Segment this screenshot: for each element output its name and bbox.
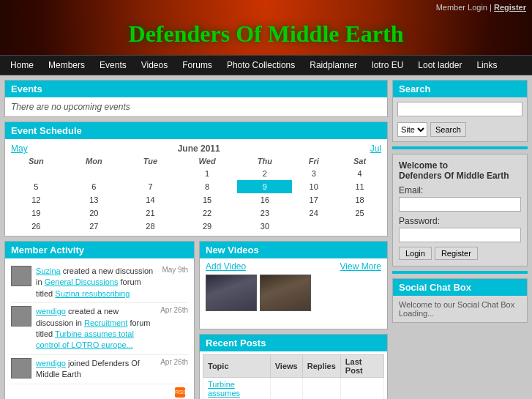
cal-day[interactable]: 23	[237, 206, 292, 220]
calendar-month: June 2011	[178, 143, 220, 154]
cal-day[interactable]: 26	[8, 220, 64, 233]
cal-day[interactable]: 7	[124, 180, 177, 193]
cal-day[interactable]: 11	[335, 180, 384, 193]
nav-raidplanner[interactable]: Raidplanner	[302, 57, 364, 73]
register-link[interactable]: Register	[494, 3, 526, 12]
cal-day[interactable]: 12	[8, 193, 64, 206]
col-views: Views	[270, 354, 302, 377]
video-thumbs	[200, 275, 387, 316]
videos-links: Add Video View More	[200, 258, 387, 275]
cal-day	[8, 167, 64, 180]
events-panel: Events There are no upcoming events	[4, 80, 388, 117]
wendigo-link-1[interactable]: wendigo	[36, 307, 66, 316]
suzina-link[interactable]: Suzina	[36, 266, 61, 275]
post-topic[interactable]: Turbine assumes	[203, 377, 271, 399]
table-row: Turbine assumes	[203, 377, 384, 399]
rss-icon: RSS	[175, 387, 185, 398]
cal-day[interactable]: 24	[292, 206, 335, 220]
cal-day[interactable]: 10	[292, 180, 335, 193]
avatar-wendigo-2	[11, 358, 31, 379]
cal-day	[64, 167, 124, 180]
cal-day[interactable]: 27	[64, 220, 124, 233]
welcome-line2: Defenders Of Middle Earth	[399, 171, 521, 181]
cal-day[interactable]: 18	[335, 193, 384, 206]
nav-members[interactable]: Members	[41, 57, 92, 73]
post-last	[340, 377, 383, 399]
video-thumb-1[interactable]	[206, 275, 257, 311]
cal-day[interactable]: 22	[177, 206, 238, 220]
nav-home[interactable]: Home	[3, 57, 41, 73]
cal-day[interactable]: 20	[64, 206, 124, 220]
cal-day[interactable]: 19	[8, 206, 64, 220]
add-video-link[interactable]: Add Video	[206, 261, 246, 272]
cal-day[interactable]: 13	[64, 193, 124, 206]
col-last-post: Last Post	[340, 354, 383, 377]
calendar-next[interactable]: Jul	[370, 143, 381, 154]
avatar-wendigo-1	[11, 306, 31, 327]
posts-table: Topic Views Replies Last Post Turbine as…	[203, 354, 384, 399]
register-button[interactable]: Register	[435, 247, 478, 260]
new-videos-header: New Videos	[200, 242, 387, 258]
activity-item-2: wendigo created a new discussion in Recr…	[11, 303, 188, 355]
cal-day[interactable]: 17	[292, 193, 335, 206]
search-input[interactable]	[397, 102, 522, 116]
cal-fri: Fri	[292, 155, 335, 167]
login-button[interactable]: Login	[399, 247, 432, 260]
new-videos-panel: New Videos Add Video View More	[199, 241, 388, 329]
cal-day[interactable]: 1	[177, 167, 238, 180]
calendar-panel: Event Schedule May June 2011 Jul Sun Mon…	[4, 122, 388, 236]
cal-day[interactable]: 8	[177, 180, 238, 193]
cal-day[interactable]: 4	[335, 167, 384, 180]
recruitment-link[interactable]: Recruitment	[84, 318, 127, 327]
member-activity-body: Suzina created a new discussion in Gener…	[5, 258, 194, 399]
password-input[interactable]	[399, 228, 521, 242]
header-top: Member Login | Register	[0, 0, 532, 15]
nav-forums[interactable]: Forums	[175, 57, 220, 73]
activity-date-3: Apr 26th	[160, 358, 188, 366]
cal-day[interactable]: 29	[177, 220, 238, 233]
nav-bar: Home Members Events Videos Forums Photo …	[0, 55, 532, 75]
search-body: Site Search	[393, 97, 527, 141]
activity-text-3: wendigo joined Defenders Of Middle Earth	[36, 358, 156, 381]
cal-day[interactable]: 30	[237, 220, 292, 233]
calendar-nav: May June 2011 Jul	[8, 142, 384, 155]
wendigo-link-2[interactable]: wendigo	[36, 359, 66, 368]
nav-loot-ladder[interactable]: Loot ladder	[411, 57, 469, 73]
search-button[interactable]: Search	[430, 122, 466, 137]
col-replies: Replies	[302, 354, 340, 377]
post-link[interactable]: Turbine assumes	[208, 380, 240, 398]
view-more-link[interactable]: View More	[340, 261, 381, 272]
welcome-line1: Welcome to	[399, 160, 521, 171]
nav-photo-collections[interactable]: Photo Collections	[220, 57, 302, 73]
cal-day[interactable]: 25	[335, 206, 384, 220]
activity-text-2: wendigo created a new discussion in Recr…	[36, 306, 156, 351]
nav-links[interactable]: Links	[469, 57, 504, 73]
nav-events[interactable]: Events	[92, 57, 134, 73]
cal-day[interactable]: 6	[64, 180, 124, 193]
cal-day[interactable]: 5	[8, 180, 64, 193]
cal-sun: Sun	[8, 155, 64, 167]
email-input[interactable]	[399, 197, 521, 212]
cal-sat: Sat	[335, 155, 384, 167]
video-thumb-2[interactable]	[260, 275, 311, 311]
cal-day[interactable]: 2	[237, 167, 292, 180]
search-select[interactable]: Site	[397, 122, 427, 137]
member-activity-header: Member Activity	[5, 242, 194, 258]
left-column: Events There are no upcoming events Even…	[4, 80, 388, 399]
suzina-post-link[interactable]: Suzina resubscribing	[55, 289, 130, 298]
nav-videos[interactable]: Videos	[134, 57, 175, 73]
cal-day[interactable]: 3	[292, 167, 335, 180]
member-login-link[interactable]: Member Login	[436, 3, 487, 12]
cal-day[interactable]: 15	[177, 193, 238, 206]
cal-day[interactable]: 9	[237, 180, 292, 193]
recent-posts-header: Recent Posts	[200, 335, 387, 351]
cal-mon: Mon	[64, 155, 124, 167]
cal-day[interactable]: 14	[124, 193, 177, 206]
calendar-prev[interactable]: May	[11, 143, 28, 154]
general-discussions-link[interactable]: General Discussions	[45, 277, 119, 286]
nav-lotro-eu[interactable]: lotro EU	[364, 57, 411, 73]
cal-day[interactable]: 21	[124, 206, 177, 220]
cal-day[interactable]: 28	[124, 220, 177, 233]
cal-day[interactable]: 16	[237, 193, 292, 206]
password-label: Password:	[399, 216, 521, 226]
